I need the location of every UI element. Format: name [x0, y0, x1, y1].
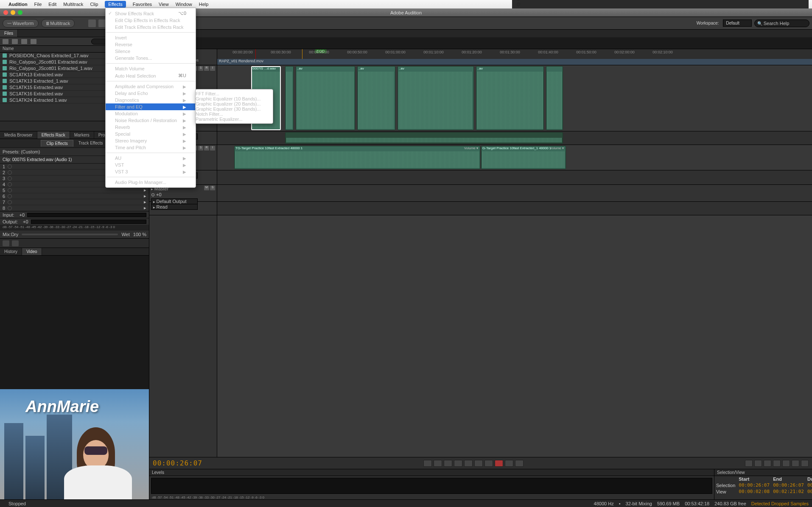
record-button[interactable]: R: [204, 146, 209, 150]
menu-show-effects-rack[interactable]: ✓Show Effects Rack⌥0: [106, 10, 196, 17]
menu-window[interactable]: Window: [176, 2, 192, 7]
tab-history[interactable]: History: [0, 248, 22, 255]
menu-geq-30[interactable]: Graphic Equalizer (30 Bands)...: [196, 106, 273, 111]
track-lane[interactable]: [217, 170, 812, 185]
power-icon[interactable]: [8, 170, 12, 175]
pause-button[interactable]: [444, 460, 452, 467]
menu-file[interactable]: File: [34, 2, 42, 7]
track-header[interactable]: ▸ Read: [149, 202, 217, 215]
menu-filter-eq[interactable]: Filter and EQ▶: [106, 103, 196, 110]
menu-geq-20[interactable]: Graphic Equalizer (20 Bands)...: [196, 101, 273, 106]
mix-slider[interactable]: [22, 234, 118, 235]
record-button[interactable]: [495, 460, 503, 467]
audio-clip[interactable]: ..av: [296, 66, 355, 130]
menu-time-pitch[interactable]: Time and Pitch▶: [106, 144, 196, 151]
zoom-sel-icon[interactable]: [773, 460, 781, 467]
power-icon[interactable]: [8, 194, 12, 198]
minimize-button[interactable]: [11, 10, 15, 15]
loop-button[interactable]: [505, 460, 513, 467]
menu-special[interactable]: Special▶: [106, 131, 196, 137]
menu-vst[interactable]: VST▶: [106, 162, 196, 168]
menu-vst3[interactable]: VST 3▶: [106, 168, 196, 175]
power-icon[interactable]: [8, 188, 12, 192]
fx-slot[interactable]: 6▸: [0, 193, 149, 199]
menu-app[interactable]: Audition: [8, 2, 28, 7]
menu-geq-10[interactable]: Graphic Equalizer (10 Bands)...: [196, 96, 273, 101]
fx-slot[interactable]: 5▸: [0, 187, 149, 193]
menu-au[interactable]: AU▶: [106, 155, 196, 162]
track-lane[interactable]: [217, 185, 812, 202]
tool-icon[interactable]: [88, 20, 96, 27]
zoom-out-v-icon[interactable]: [792, 460, 799, 467]
zoom-reset-icon[interactable]: [801, 460, 809, 467]
menu-plugin-manager[interactable]: Audio Plug-In Manager...: [106, 179, 196, 186]
audio-clip[interactable]: ..av: [357, 66, 395, 130]
menu-notch-filter[interactable]: Notch Filter...: [196, 111, 273, 117]
audio-clip[interactable]: [285, 132, 563, 144]
open-file-icon[interactable]: [3, 39, 8, 44]
menu-edit[interactable]: Edit: [48, 2, 56, 7]
power-icon[interactable]: [8, 200, 12, 204]
menu-diagnostics[interactable]: Diagnostics▶: [106, 97, 196, 103]
power-icon[interactable]: [8, 182, 12, 187]
menu-clip[interactable]: Clip: [90, 2, 98, 7]
zoom-out-icon[interactable]: [754, 460, 762, 467]
workspace-select[interactable]: Default: [723, 20, 752, 27]
audio-clip[interactable]: G-Target Practice 10fast Extracted_1 480…: [481, 146, 566, 169]
forward-button[interactable]: [474, 460, 483, 467]
multitrack-mode-button[interactable]: ≣ Multitrack: [41, 19, 75, 28]
new-file-icon[interactable]: [12, 39, 18, 44]
play-button[interactable]: [434, 460, 442, 467]
menu-favorites[interactable]: Favorites: [133, 2, 152, 7]
power-icon[interactable]: [3, 240, 9, 246]
zoom-in-v-icon[interactable]: [782, 460, 790, 467]
menubar-icon[interactable]: ⊙: [516, 1, 809, 7]
power-icon[interactable]: [8, 164, 12, 169]
apply-icon[interactable]: [12, 240, 19, 246]
automation-select[interactable]: ▸ Read: [151, 204, 198, 210]
skip-button[interactable]: [515, 460, 524, 467]
menu-edit-clip-effects[interactable]: Edit Clip Effects in Effects Rack: [106, 17, 196, 24]
menu-match-volume[interactable]: Match Volume: [106, 65, 196, 72]
tab-media-browser[interactable]: Media Browser: [0, 131, 37, 139]
zoom-button[interactable]: [18, 10, 22, 15]
menu-modulation[interactable]: Modulation▶: [106, 110, 196, 117]
import-icon[interactable]: [21, 39, 27, 44]
zoom-in-icon[interactable]: [745, 460, 753, 467]
audio-clip[interactable]: TG-Target Practice 10fast Extracted 4800…: [234, 146, 480, 169]
menu-amplitude[interactable]: Amplitude and Compression▶: [106, 83, 196, 90]
zoom-full-icon[interactable]: [764, 460, 771, 467]
audio-clip[interactable]: ..av: [476, 66, 544, 130]
menu-generate-tones[interactable]: Generate Tones...: [106, 55, 196, 61]
mute-button[interactable]: M: [204, 186, 209, 190]
track-lane[interactable]: [217, 131, 812, 145]
close-button[interactable]: [3, 10, 8, 15]
menu-parametric-eq[interactable]: Parametric Equalizer...: [196, 117, 273, 122]
go-start-button[interactable]: [454, 460, 462, 467]
audio-clip[interactable]: [285, 66, 294, 130]
menu-help[interactable]: Help: [199, 2, 209, 7]
audio-clip[interactable]: ..av: [398, 66, 474, 130]
timeline-ruler[interactable]: 23.976 fps EOD 00:00:20:00 00:00:30:00 0…: [149, 49, 812, 65]
tab-markers[interactable]: Markers: [70, 131, 94, 139]
solo-button[interactable]: S: [198, 66, 203, 71]
menu-delay[interactable]: Delay and Echo▶: [106, 90, 196, 97]
power-icon[interactable]: [8, 206, 12, 210]
menu-noise-reduction[interactable]: Noise Reduction / Restoration▶: [106, 117, 196, 124]
go-end-button[interactable]: [484, 460, 493, 467]
audio-clip[interactable]: [546, 66, 563, 130]
menu-effects[interactable]: Effects: [105, 1, 126, 8]
solo-button[interactable]: S: [198, 146, 203, 150]
waveform-mode-button[interactable]: 〰 Waveform: [3, 19, 39, 28]
menu-multitrack[interactable]: Multitrack: [63, 2, 83, 7]
stop-button[interactable]: [423, 460, 432, 467]
power-icon[interactable]: [8, 176, 12, 181]
fx-slot[interactable]: 8▸: [0, 205, 149, 211]
menu-reverb[interactable]: Reverb▶: [106, 124, 196, 131]
menu-stereo-imagery[interactable]: Stereo Imagery▶: [106, 137, 196, 144]
menu-view[interactable]: View: [159, 2, 169, 7]
video-reference-clip[interactable]: RAPZ_v01 Rendered.mov: [217, 59, 812, 65]
tab-effects-rack[interactable]: Effects Rack: [37, 131, 70, 139]
timecode-display[interactable]: 00:00:26:07: [153, 459, 202, 467]
track-lane[interactable]: [217, 202, 812, 215]
